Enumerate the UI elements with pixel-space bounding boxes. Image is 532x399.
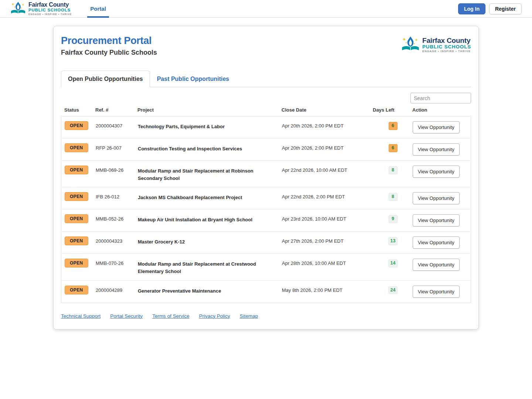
ref-number: IFB 26-012 (96, 192, 138, 200)
days-left-cell: 14 (373, 259, 413, 267)
status-badge: OPEN (65, 192, 88, 201)
table-row: OPEN MMB-052-26 Makeup Air Unit Installa… (61, 209, 471, 231)
days-left-badge: 8 (389, 166, 398, 174)
column-header-close-date: Close Date (282, 107, 373, 113)
card-header: Procurement Portal Fairfax County Public… (61, 35, 471, 57)
status-cell: OPEN (61, 259, 96, 267)
close-date: Apr 20th 2026, 2:00 PM EDT (282, 143, 373, 151)
portal-security-link[interactable]: Portal Security (110, 313, 143, 319)
view-opportunity-button[interactable]: View Opportunity (413, 236, 460, 249)
brand-name: Fairfax County (28, 2, 72, 8)
status-cell: OPEN (61, 143, 96, 152)
view-opportunity-button[interactable]: View Opportunity (413, 286, 460, 298)
status-badge: OPEN (65, 166, 88, 174)
auth-buttons: Log In Register (458, 3, 522, 14)
log-in-button[interactable]: Log In (458, 3, 485, 14)
status-cell: OPEN (61, 236, 96, 245)
page-title: Procurement Portal (61, 35, 157, 47)
brand-subname: PUBLIC SCHOOLS (28, 8, 72, 13)
close-date: Apr 28th 2026, 10:00 AM EDT (282, 259, 373, 266)
tab-past-public-opportunities[interactable]: Past Public Opportunities (150, 71, 236, 87)
status-cell: OPEN (61, 121, 96, 130)
sitemap-link[interactable]: Sitemap (240, 313, 258, 319)
days-left-cell: 8 (373, 192, 413, 201)
brand-name: Fairfax County (422, 37, 471, 44)
search-input[interactable] (410, 93, 471, 103)
close-date: Apr 20th 2026, 2:00 PM EDT (282, 121, 373, 129)
close-date: Apr 23rd 2026, 10:00 AM EDT (282, 214, 373, 222)
procurement-portal-card: Procurement Portal Fairfax County Public… (53, 26, 479, 330)
project-name: Modular Ramp and Stair Replacement at Cr… (138, 259, 282, 275)
fcps-book-flame-icon (10, 1, 26, 17)
fcps-logo-text: Fairfax County PUBLIC SCHOOLS ENGAGE • I… (422, 37, 471, 53)
action-cell: View Opportunity (413, 286, 471, 298)
status-badge: OPEN (65, 259, 88, 267)
ref-number: MMB-052-26 (96, 214, 138, 222)
table-row: OPEN MMB-069-26 Modular Ramp and Stair R… (61, 160, 471, 187)
fcps-logo-large: Fairfax County PUBLIC SCHOOLS ENGAGE • I… (401, 35, 471, 54)
close-date: May 8th 2026, 2:00 PM EDT (282, 286, 373, 293)
close-date: Apr 27th 2026, 2:00 PM EDT (282, 236, 373, 244)
view-opportunity-button[interactable]: View Opportunity (413, 166, 460, 178)
ref-number: MMB-070-26 (96, 259, 138, 266)
status-badge: OPEN (65, 121, 88, 130)
technical-support-link[interactable]: Technical Support (61, 313, 100, 319)
ref-number: 2000004289 (96, 286, 138, 293)
status-badge: OPEN (65, 286, 88, 294)
ref-number: 2000004323 (96, 236, 138, 244)
table-row: OPEN 2000004323 Master Grocery K-12 Apr … (61, 231, 471, 253)
brand-tagline: ENGAGE • INSPIRE • THRIVE (28, 13, 72, 16)
top-navbar: Fairfax County PUBLIC SCHOOLS ENGAGE • I… (0, 0, 532, 18)
days-left-badge: 6 (389, 122, 398, 130)
title-block: Procurement Portal Fairfax County Public… (61, 35, 157, 57)
project-name: Master Grocery K-12 (138, 236, 282, 246)
view-opportunity-button[interactable]: View Opportunity (413, 214, 460, 226)
opportunities-tabs: Open Public Opportunities Past Public Op… (61, 71, 471, 87)
project-name: Construction Testing and Inspection Serv… (138, 143, 282, 153)
days-left-badge: 6 (389, 144, 398, 152)
days-left-badge: 8 (389, 193, 398, 201)
status-cell: OPEN (61, 286, 96, 294)
days-left-cell: 6 (373, 121, 413, 130)
days-left-cell: 6 (373, 143, 413, 152)
status-cell: OPEN (61, 192, 96, 201)
table-header: Status Ref. # Project Close Date Days Le… (61, 103, 471, 116)
column-header-project: Project (137, 107, 282, 113)
ref-number: RFP 26-007 (96, 143, 138, 151)
view-opportunity-button[interactable]: View Opportunity (413, 121, 460, 133)
view-opportunity-button[interactable]: View Opportunity (413, 143, 460, 156)
table-row: OPEN IFB 26-012 Jackson MS Chalkboard Re… (61, 187, 471, 209)
page-subtitle: Fairfax County Public Schools (61, 49, 157, 57)
action-cell: View Opportunity (413, 236, 471, 249)
column-header-days-left: Days Left (373, 107, 412, 113)
fcps-logo-text: Fairfax County PUBLIC SCHOOLS ENGAGE • I… (28, 2, 72, 16)
status-cell: OPEN (61, 166, 96, 174)
project-name: Jackson MS Chalkboard Replacement Projec… (138, 192, 282, 201)
terms-of-service-link[interactable]: Terms of Service (152, 313, 190, 319)
status-badge: OPEN (65, 214, 88, 223)
privacy-policy-link[interactable]: Privacy Policy (199, 313, 230, 319)
nav-menu: Portal (86, 0, 110, 18)
status-badge: OPEN (65, 143, 88, 152)
fcps-logo: Fairfax County PUBLIC SCHOOLS ENGAGE • I… (10, 1, 72, 17)
opportunities-table: OPEN 2000004307 Technology Parts, Equipm… (61, 116, 471, 303)
ref-number: MMB-069-26 (96, 166, 138, 173)
nav-item-portal[interactable]: Portal (86, 0, 110, 18)
days-left-cell: 9 (373, 214, 413, 223)
project-name: Technology Parts, Equipment & Labor (138, 121, 282, 130)
tab-open-public-opportunities[interactable]: Open Public Opportunities (61, 71, 150, 87)
view-opportunity-button[interactable]: View Opportunity (413, 192, 460, 204)
days-left-badge: 9 (389, 215, 398, 223)
action-cell: View Opportunity (413, 143, 471, 156)
project-name: Modular Ramp and Stair Replacement at Ro… (138, 166, 282, 182)
table-row: OPEN RFP 26-007 Construction Testing and… (61, 138, 471, 160)
project-name: Makeup Air Unit Installation at Bryant H… (138, 214, 282, 224)
days-left-cell: 8 (373, 166, 413, 174)
fcps-book-flame-icon (401, 35, 420, 54)
days-left-badge: 24 (388, 286, 398, 294)
action-cell: View Opportunity (413, 166, 471, 178)
action-cell: View Opportunity (413, 214, 471, 226)
register-button[interactable]: Register (489, 3, 522, 14)
action-cell: View Opportunity (413, 259, 471, 271)
view-opportunity-button[interactable]: View Opportunity (413, 259, 460, 271)
